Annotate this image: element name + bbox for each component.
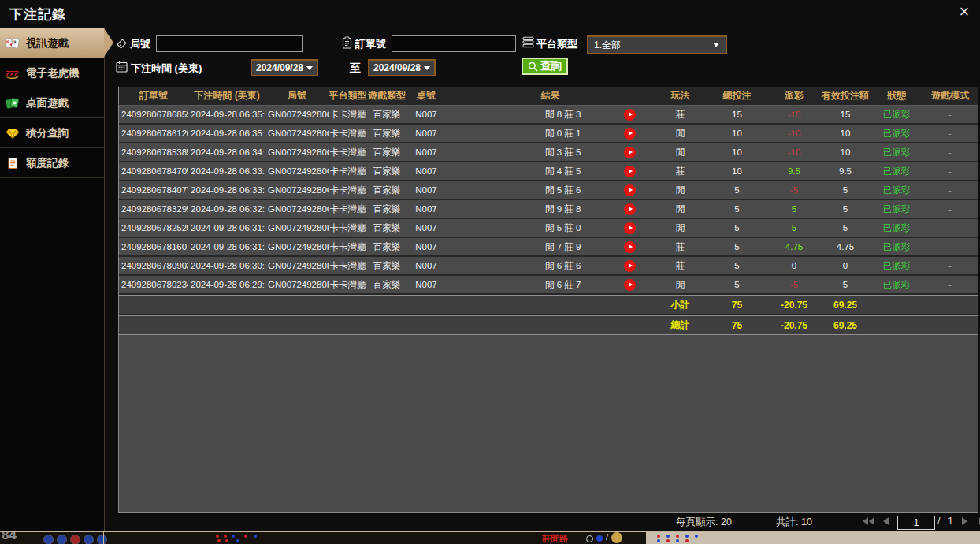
date-to-label: 至 [350, 61, 361, 76]
cell-total-bet: 5 [706, 242, 768, 252]
cell-table-no: N007 [406, 147, 446, 157]
first-page-button[interactable] [863, 517, 874, 525]
sidebar-item-label: 額度記錄 [26, 156, 69, 170]
cell-total-bet: 10 [706, 166, 768, 176]
cell-round-no: GN007249280G3 [265, 147, 329, 157]
cell-total-bet: 5 [706, 280, 768, 289]
table-body: 2409280678685922024-09-28 06:35:40GN0072… [119, 106, 978, 335]
close-icon[interactable]: × [955, 2, 974, 21]
result-text: 閒 3 莊 5 [545, 147, 581, 158]
page-size-label: 每頁顯示: 20 [676, 516, 732, 529]
total-pages-label: 1 [948, 516, 953, 527]
page-number-input[interactable] [897, 516, 935, 530]
cell-platform: 卡卡灣廳 [329, 147, 367, 158]
cell-mode: - [922, 280, 978, 289]
column-header: 派彩 [768, 89, 820, 102]
cell-total-bet: 5 [706, 223, 768, 233]
date-from-value: 2024/09/28 [256, 62, 303, 73]
cell-result: 閒 0 莊 1 [446, 128, 655, 140]
cell-round-no: GN007249280FZ [265, 223, 329, 233]
cell-round-no: GN007249280FW [265, 280, 329, 289]
cell-payout: 0 [768, 261, 820, 270]
date-from-picker[interactable]: 2024/09/28 [251, 59, 318, 76]
cell-order-no: 240928067802349 [119, 280, 188, 289]
summary-valid-bet: 69.25 [820, 320, 870, 331]
cell-valid-bet: 10 [820, 147, 870, 157]
order-no-input[interactable] [392, 35, 516, 52]
cell-valid-bet: 9.5 [820, 166, 870, 176]
total-row: 總計75-20.7569.25 [119, 315, 978, 335]
cell-status: 已派彩 [870, 260, 922, 272]
cell-platform: 卡卡灣廳 [329, 260, 367, 272]
query-button[interactable]: 查詢 [522, 58, 568, 75]
cell-order-no: 240928067853857 [119, 147, 188, 157]
column-header: 局號 [265, 89, 329, 102]
background-divider [103, 532, 104, 544]
svg-text:777: 777 [6, 69, 19, 77]
play-replay-button[interactable] [624, 260, 636, 272]
cell-play: 莊 [655, 166, 706, 177]
play-replay-button[interactable] [624, 241, 636, 253]
playing-cards-icon: K9 [5, 37, 20, 50]
platform-stack-icon [522, 36, 534, 51]
play-replay-button[interactable] [624, 147, 636, 158]
cell-round-no: GN007249280FX [265, 261, 329, 270]
sidebar-item-video-games[interactable]: K9視訊遊戲 [0, 28, 104, 58]
betting-records-window: 下注記錄 × K9視訊遊戲777電子老虎機桌面遊戲積分查詢額度記錄 局號 訂單號… [0, 0, 980, 532]
cell-game-type: 百家樂 [367, 109, 406, 121]
play-replay-button[interactable] [624, 184, 636, 196]
betting-records-screen: 84 莊問路 / 下注記 [0, 0, 980, 544]
cell-valid-bet: 5 [820, 185, 870, 195]
result-text: 閒 5 莊 6 [545, 184, 581, 196]
round-no-label: 局號 [130, 37, 150, 51]
title-bar: 下注記錄 × [0, 0, 980, 27]
table-games-icon [5, 97, 20, 110]
date-to-picker[interactable]: 2024/09/28 [368, 59, 436, 76]
sidebar-item-quota-record[interactable]: 額度記錄 [0, 148, 104, 178]
sidebar-item-points-query[interactable]: 積分查詢 [0, 118, 104, 148]
next-page-button[interactable] [962, 517, 967, 525]
cell-time: 2024-09-28 06:32:25 [188, 204, 265, 214]
cell-order-no: 240928067840779 [119, 185, 188, 195]
background-beadplate-panel [646, 532, 980, 544]
cell-payout: -5 [768, 185, 820, 195]
play-replay-button[interactable] [624, 222, 636, 234]
cell-time: 2024-09-28 06:30:29 [188, 261, 265, 270]
summary-payout: -20.75 [768, 300, 820, 311]
clipboard-icon [342, 36, 352, 52]
roadmap-dot [254, 535, 257, 538]
table-row: 2409280678252052024-09-28 06:31:46GN0072… [119, 219, 978, 238]
cell-order-no: 240928067809034 [119, 261, 188, 270]
sidebar-item-slot-machine[interactable]: 777電子老虎機 [0, 58, 104, 88]
background-partial-number: 84 [2, 532, 17, 543]
cell-time: 2024-09-28 06:31:04 [188, 242, 265, 252]
play-replay-button[interactable] [624, 203, 636, 215]
cell-result: 閒 6 莊 6 [446, 260, 655, 272]
cell-order-no: 240928067861266 [119, 129, 188, 138]
result-text: 閒 9 莊 8 [545, 203, 581, 215]
cell-game-type: 百家樂 [367, 279, 406, 291]
summary-label: 小計 [655, 298, 706, 311]
cell-time: 2024-09-28 06:31:46 [188, 223, 265, 233]
platform-type-select[interactable]: 1.全部 [587, 35, 727, 54]
cell-game-type: 百家樂 [367, 184, 406, 196]
sidebar-item-table-games[interactable]: 桌面遊戲 [0, 88, 104, 118]
play-replay-button[interactable] [624, 279, 636, 291]
round-no-input[interactable] [156, 35, 303, 52]
cell-result: 閒 4 莊 5 [446, 166, 655, 177]
prev-page-button[interactable] [883, 517, 889, 525]
cell-play: 莊 [655, 241, 706, 253]
result-text: 閒 6 莊 6 [545, 260, 581, 272]
records-table: 訂單號下注時間 (美東)局號平台類型遊戲類型桌號結果玩法總投注派彩有效投注額狀態… [118, 87, 978, 513]
play-replay-button[interactable] [624, 128, 636, 140]
play-replay-button[interactable] [624, 166, 636, 177]
roadmap-dot [225, 539, 228, 542]
cell-play: 閒 [655, 279, 706, 291]
cell-round-no: GN007249280G5 [265, 110, 329, 119]
chevron-down-icon [306, 66, 313, 70]
play-replay-button[interactable] [624, 109, 636, 121]
background-chip-icon [70, 535, 80, 544]
cell-time: 2024-09-28 06:33:45 [188, 166, 265, 176]
total-count-label: 共計: 10 [776, 516, 812, 529]
cell-round-no: GN007249280FY [265, 242, 329, 252]
